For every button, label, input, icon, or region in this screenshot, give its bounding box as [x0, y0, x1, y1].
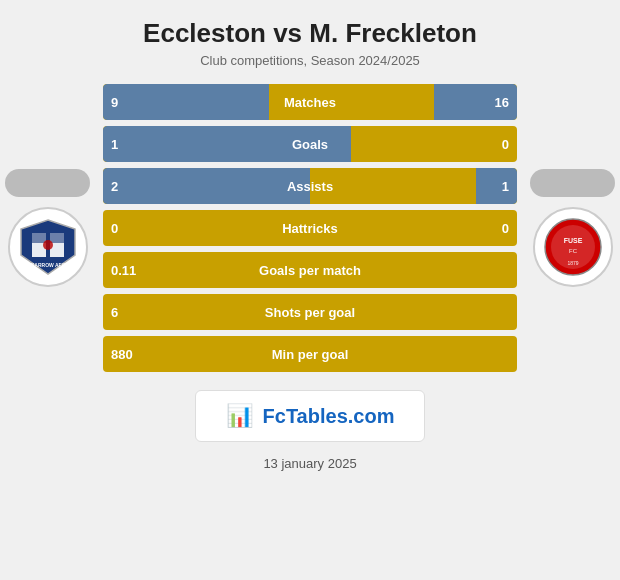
stat-row-goals-per-match: 0.11 Goals per match: [103, 252, 517, 288]
hattricks-left-val: 0: [111, 221, 118, 236]
hattricks-right-val: 0: [502, 221, 509, 236]
svg-text:FUSE: FUSE: [563, 237, 582, 244]
goals-right-val: 0: [502, 137, 509, 152]
assists-left-val: 2: [111, 179, 118, 194]
right-gray-pill: [530, 169, 615, 197]
fuse-fc-badge: FUSE FC 1879: [533, 207, 613, 287]
svg-point-4: [43, 240, 53, 250]
assists-right-val: 1: [502, 179, 509, 194]
min-per-goal-label: Min per goal: [103, 347, 517, 362]
min-per-goal-val: 880: [111, 347, 133, 362]
stat-row-hattricks: 0 Hattricks 0: [103, 210, 517, 246]
page-title: Eccleston vs M. Freckleton: [10, 18, 610, 49]
main-content: BARROW AFC 9 Matches 16 1 Goals 0: [0, 74, 620, 372]
left-gray-pill: [5, 169, 90, 197]
header: Eccleston vs M. Freckleton Club competit…: [0, 0, 620, 74]
stat-row-goals: 1 Goals 0: [103, 126, 517, 162]
goals-per-match-val: 0.11: [111, 263, 136, 278]
barrow-shield-svg: BARROW AFC: [18, 217, 78, 277]
fctables-label: FcTables.com: [263, 405, 395, 428]
svg-text:BARROW AFC: BARROW AFC: [30, 262, 65, 268]
svg-text:1879: 1879: [567, 260, 578, 266]
goals-per-match-label: Goals per match: [103, 263, 517, 278]
shots-per-goal-label: Shots per goal: [103, 305, 517, 320]
shots-per-goal-val: 6: [111, 305, 118, 320]
fctables-icon: 📊: [226, 403, 253, 429]
stat-row-shots-per-goal: 6 Shots per goal: [103, 294, 517, 330]
footer-date: 13 january 2025: [263, 456, 356, 471]
hattricks-label: Hattricks: [103, 221, 517, 236]
goals-label: Goals: [103, 137, 517, 152]
barrow-afc-badge: BARROW AFC: [8, 207, 88, 287]
goals-left-val: 1: [111, 137, 118, 152]
right-team-logo: FUSE FC 1879: [525, 169, 620, 287]
assists-label: Assists: [103, 179, 517, 194]
fuse-badge-svg: FUSE FC 1879: [543, 217, 603, 277]
stat-row-min-per-goal: 880 Min per goal: [103, 336, 517, 372]
matches-label: Matches: [103, 95, 517, 110]
svg-text:FC: FC: [569, 248, 578, 254]
stat-row-matches: 9 Matches 16: [103, 84, 517, 120]
stats-column: 9 Matches 16 1 Goals 0 2 Assists 1: [95, 84, 525, 372]
fctables-banner[interactable]: 📊 FcTables.com: [195, 390, 426, 442]
stat-row-assists: 2 Assists 1: [103, 168, 517, 204]
matches-right-val: 16: [495, 95, 509, 110]
matches-left-val: 9: [111, 95, 118, 110]
page-subtitle: Club competitions, Season 2024/2025: [10, 53, 610, 68]
left-team-logo: BARROW AFC: [0, 169, 95, 287]
